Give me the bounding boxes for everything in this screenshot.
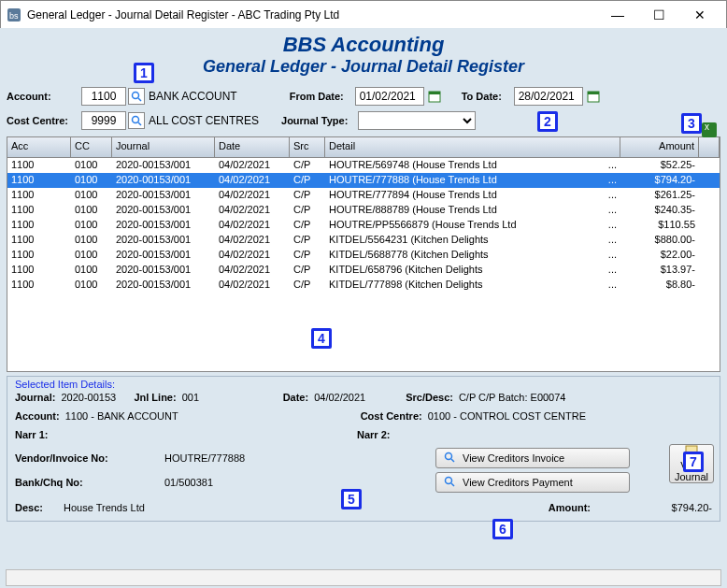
col-scrollbar-gutter xyxy=(699,137,720,157)
jnl-line-label: Jnl Line: xyxy=(134,392,176,403)
grid-body[interactable]: 110001002020-00153/00104/02/2021C/PHOUTR… xyxy=(7,158,720,371)
table-row[interactable]: 110001002020-00153/00104/02/2021C/PKITDE… xyxy=(7,278,720,293)
journal-type-label: Journal Type: xyxy=(281,115,358,126)
vendor-value: HOUTRE/777888 xyxy=(164,452,351,464)
cost-centre-input[interactable] xyxy=(81,111,126,130)
svg-point-12 xyxy=(446,478,452,484)
svg-rect-7 xyxy=(588,92,599,94)
date-label: Date: xyxy=(283,392,309,403)
callout-3: 3 xyxy=(681,113,702,134)
table-row[interactable]: 110001002020-00153/00104/02/2021C/PKITDE… xyxy=(7,248,720,263)
to-date-calendar-icon[interactable] xyxy=(585,88,602,105)
table-row[interactable]: 110001002020-00153/00104/02/2021C/PHOUTR… xyxy=(7,173,720,188)
table-row[interactable]: 110001002020-00153/00104/02/2021C/PKITDE… xyxy=(7,263,720,278)
journal-label: Journal: xyxy=(15,392,55,403)
cost-centre-label: Cost Centre: xyxy=(7,115,81,126)
magnifier-icon xyxy=(444,452,455,465)
journal-type-select[interactable] xyxy=(358,111,476,130)
date-value: 04/02/2021 xyxy=(314,392,389,403)
table-row[interactable]: 110001002020-00153/00104/02/2021C/PHOUTR… xyxy=(7,158,720,173)
account-d-label: Account: xyxy=(15,410,60,422)
page-title: General Ledger - Journal Detail Register xyxy=(3,57,724,77)
col-detail[interactable]: Detail xyxy=(325,137,620,157)
col-cc[interactable]: CC xyxy=(71,137,112,157)
account-d-value: 1100 - BANK ACCOUNT xyxy=(65,410,355,422)
content: BBS Accounting General Ledger - Journal … xyxy=(0,28,727,588)
account-lookup-icon[interactable] xyxy=(128,88,145,105)
narr2-label: Narr 2: xyxy=(357,429,390,440)
app-icon: bs xyxy=(7,7,21,22)
col-amount[interactable]: Amount xyxy=(620,137,699,157)
from-date-input[interactable] xyxy=(355,87,424,106)
callout-5: 5 xyxy=(341,489,362,509)
desc-label: Desc: xyxy=(15,502,64,513)
minimize-button[interactable]: — xyxy=(597,2,638,28)
cost-centre-name: ALL COST CENTRES xyxy=(149,114,259,127)
account-name: BANK ACCOUNT xyxy=(149,90,237,103)
cc-d-label: Cost Centre: xyxy=(361,410,422,422)
srcdesc-label: Src/Desc: xyxy=(406,392,453,403)
svg-text:bs: bs xyxy=(9,11,19,21)
window-title: General Ledger - Journal Detail Register… xyxy=(27,8,597,22)
journal-value: 2020-00153 xyxy=(61,392,128,403)
maximize-button[interactable]: ☐ xyxy=(638,2,679,28)
narr1-label: Narr 1: xyxy=(15,429,351,440)
grid-header: Acc CC Journal Date Src Detail Amount xyxy=(7,137,720,158)
filters: Account: BANK ACCOUNT From Date: To Date… xyxy=(3,82,724,135)
view-invoice-label: View Creditors Invoice xyxy=(463,452,564,464)
to-date-label: To Date: xyxy=(462,91,514,102)
col-src[interactable]: Src xyxy=(290,137,325,157)
srcdesc-value: C/P C/P Batch: E00074 xyxy=(459,392,566,403)
view-payment-label: View Creditors Payment xyxy=(463,477,573,488)
from-date-calendar-icon[interactable] xyxy=(426,88,443,105)
desc-value: House Trends Ltd xyxy=(64,502,145,513)
callout-7: 7 xyxy=(683,452,704,472)
svg-line-3 xyxy=(138,98,141,101)
svg-point-2 xyxy=(133,93,139,99)
table-row[interactable]: 110001002020-00153/00104/02/2021C/PHOUTR… xyxy=(7,203,720,218)
cc-d-value: 0100 - CONTROL COST CENTRE xyxy=(428,410,586,422)
to-date-input[interactable] xyxy=(514,87,583,106)
table-row[interactable]: 110001002020-00153/00104/02/2021C/PKITDE… xyxy=(7,233,720,248)
statusbar xyxy=(6,569,721,586)
details-legend: Selected Item Details: xyxy=(15,379,712,390)
table-row[interactable]: 110001002020-00153/00104/02/2021C/PHOUTR… xyxy=(7,218,720,233)
svg-line-9 xyxy=(138,122,141,125)
excel-icon xyxy=(702,122,717,137)
app-header: BBS Accounting xyxy=(3,33,724,57)
account-input[interactable] xyxy=(81,87,126,106)
excel-export-button[interactable] xyxy=(702,122,717,140)
vendor-label: Vendor/Invoice No: xyxy=(15,452,164,464)
svg-rect-5 xyxy=(429,92,440,94)
magnifier-icon xyxy=(444,476,455,489)
col-journal[interactable]: Journal xyxy=(112,137,215,157)
col-acc[interactable]: Acc xyxy=(7,137,71,157)
svg-line-13 xyxy=(451,483,454,486)
view-creditors-invoice-button[interactable]: View Creditors Invoice xyxy=(435,448,630,468)
jnl-line-value: 001 xyxy=(182,392,225,403)
view-journal-line2: Journal xyxy=(675,471,708,482)
account-label: Account: xyxy=(7,91,81,102)
close-button[interactable]: ✕ xyxy=(679,2,720,28)
cost-centre-lookup-icon[interactable] xyxy=(128,112,145,129)
bankchq-value: 01/500381 xyxy=(164,477,351,488)
from-date-label: From Date: xyxy=(290,91,355,102)
amount-label: Amount: xyxy=(549,502,591,513)
svg-point-10 xyxy=(446,453,452,460)
amount-value: $794.20- xyxy=(647,502,712,513)
bankchq-label: Bank/Chq No: xyxy=(15,477,164,488)
titlebar: bs General Ledger - Journal Detail Regis… xyxy=(1,1,726,29)
view-creditors-payment-button[interactable]: View Creditors Payment xyxy=(435,472,630,493)
callout-4: 4 xyxy=(311,328,332,349)
svg-line-11 xyxy=(451,459,454,462)
callout-1: 1 xyxy=(134,63,154,83)
col-date[interactable]: Date xyxy=(215,137,290,157)
callout-2: 2 xyxy=(537,111,558,132)
table-row[interactable]: 110001002020-00153/00104/02/2021C/PHOUTR… xyxy=(7,188,720,203)
journal-grid: Acc CC Journal Date Src Detail Amount 11… xyxy=(7,136,720,372)
callout-6: 6 xyxy=(492,519,513,539)
selected-item-details: Selected Item Details: Journal: 2020-001… xyxy=(7,376,720,522)
svg-point-8 xyxy=(133,117,139,123)
